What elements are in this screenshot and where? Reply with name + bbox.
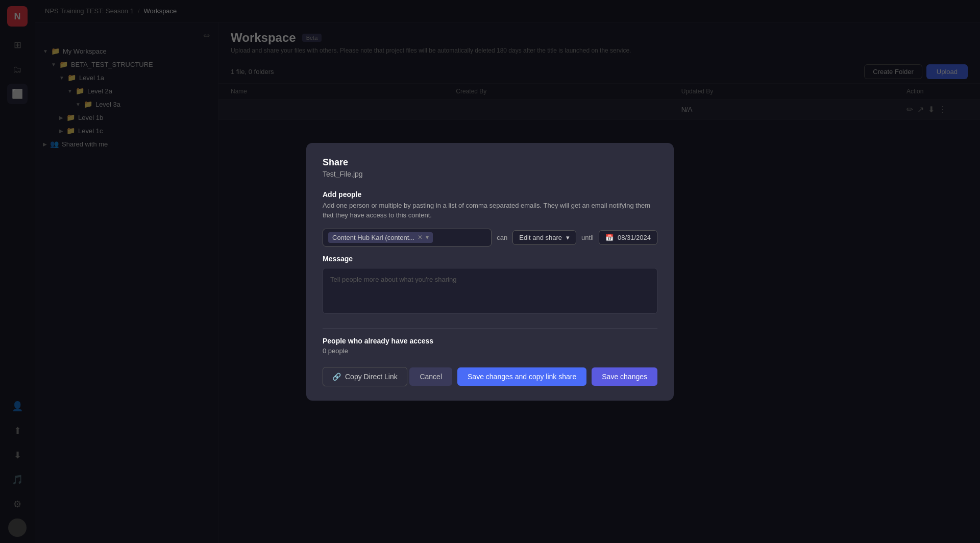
- access-label: People who already have access: [323, 337, 657, 345]
- add-people-label: Add people: [323, 190, 657, 199]
- tag-text: Content Hub Karl (content...: [332, 234, 414, 241]
- message-label: Message: [323, 255, 657, 263]
- date-input[interactable]: 📅 08/31/2024: [599, 230, 657, 245]
- link-icon: 🔗: [332, 373, 341, 381]
- calendar-icon: 📅: [605, 234, 614, 241]
- modal-overlay: Share Test_File.jpg Add people Add one p…: [0, 0, 980, 543]
- divider: [323, 328, 657, 329]
- people-tag: Content Hub Karl (content... ✕ ▾: [328, 232, 433, 243]
- save-button[interactable]: Save changes: [592, 367, 657, 386]
- footer-right-buttons: Cancel Save changes and copy link share …: [409, 367, 657, 386]
- cancel-button[interactable]: Cancel: [409, 367, 452, 386]
- permission-select[interactable]: Edit and share ▾: [512, 230, 576, 245]
- copy-link-label: Copy Direct Link: [345, 373, 398, 381]
- people-row: Content Hub Karl (content... ✕ ▾ can Edi…: [323, 229, 657, 246]
- save-share-button[interactable]: Save changes and copy link share: [457, 367, 586, 386]
- tag-chevron-icon[interactable]: ▾: [426, 234, 429, 241]
- add-people-desc: Add one person or multiple by pasting in…: [323, 201, 657, 220]
- copy-direct-link-button[interactable]: 🔗 Copy Direct Link: [323, 367, 407, 386]
- people-input[interactable]: Content Hub Karl (content... ✕ ▾: [323, 229, 492, 246]
- dialog-title: Share: [323, 157, 657, 168]
- dialog-footer: 🔗 Copy Direct Link Cancel Save changes a…: [323, 367, 657, 386]
- access-count: 0 people: [323, 347, 657, 355]
- date-value: 08/31/2024: [618, 234, 651, 241]
- tag-close-button[interactable]: ✕: [418, 234, 423, 241]
- permission-chevron-icon: ▾: [566, 234, 570, 241]
- dialog-filename: Test_File.jpg: [323, 170, 657, 178]
- can-label: can: [497, 234, 507, 241]
- permission-value: Edit and share: [519, 234, 562, 241]
- until-label: until: [581, 234, 594, 241]
- message-textarea[interactable]: [323, 268, 657, 314]
- share-dialog: Share Test_File.jpg Add people Add one p…: [306, 143, 674, 401]
